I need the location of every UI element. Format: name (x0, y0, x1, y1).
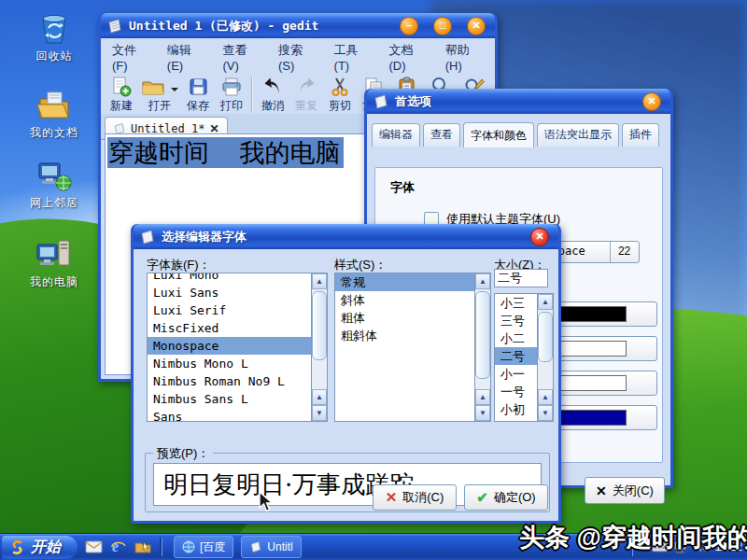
family-scrollbar[interactable]: ▲ ▲ ▼ (311, 273, 327, 421)
font-size-list[interactable]: 小三 三号 小二 二号 小一 一号 小初 ▲ ▲ ▼ (494, 293, 554, 422)
task-button-baidu[interactable]: [百度 (174, 536, 233, 558)
tab-plugins[interactable]: 插件 (622, 123, 659, 147)
font-family-item[interactable]: Nimbus Roman No9 L (148, 372, 311, 390)
selected-text: 穿越时间 我的电脑 (107, 137, 344, 168)
gedit-titlebar[interactable]: Untitled 1 (已修改) - gedit – □ ✕ (101, 13, 495, 38)
font-style-item[interactable]: 粗体 (335, 309, 474, 327)
window-title: Untitled 1 (已修改) - gedit (129, 18, 318, 35)
desktop-icon-network-places[interactable]: 网上邻居 (19, 158, 90, 211)
dialog-title: 选择编辑器字体 (162, 229, 247, 245)
minimize-button[interactable]: – (400, 17, 418, 35)
quicklaunch-desktop-icon[interactable] (134, 539, 152, 554)
tab-view[interactable]: 查看 (423, 123, 460, 147)
cancel-button[interactable]: ✕ 取消(C) (373, 484, 457, 511)
menu-file[interactable]: 文件(F) (112, 42, 151, 73)
font-size-item[interactable]: 小一 (495, 365, 537, 383)
font-dialog-titlebar[interactable]: 选择编辑器字体 ✕ (134, 224, 558, 249)
quicklaunch-browser-icon[interactable]: e (110, 539, 127, 555)
undo-icon (261, 76, 284, 98)
toolbar-label: 打开 (138, 98, 181, 114)
gedit-icon (106, 18, 123, 35)
font-style-item[interactable]: 斜体 (335, 291, 474, 309)
font-family-item[interactable]: Nimbus Sans L (148, 390, 311, 408)
cut-scissors-icon (329, 76, 351, 98)
style-scrollbar[interactable]: ▲ ▲ ▼ (474, 273, 490, 421)
font-size-item-selected[interactable]: 二号 (495, 347, 537, 365)
gedit-menubar: 文件(F) 编辑(E) 查看(V) 搜索(S) 工具(T) 文档(D) 帮助(H… (101, 38, 495, 75)
toolbar-open-button[interactable]: 打开 (138, 76, 181, 114)
toolbar-label: 重复 (289, 98, 323, 114)
toolbar-redo-button[interactable]: 重复 (289, 76, 323, 114)
desktop-icon-my-computer[interactable]: 我的电脑 (19, 237, 90, 290)
font-size-item[interactable]: 小初 (495, 400, 537, 418)
toolbar-label: 打印 (215, 98, 248, 114)
font-family-item[interactable]: MiscFixed (148, 319, 311, 337)
start-button[interactable]: 开始 (2, 536, 78, 559)
preferences-titlebar[interactable]: 首选项 ✕ (367, 89, 670, 114)
ok-button[interactable]: ✔ 确定(O) (464, 484, 548, 511)
font-family-item[interactable]: Sans (148, 408, 311, 421)
size-input[interactable] (494, 269, 548, 287)
font-size-item[interactable]: 小三 (495, 294, 537, 312)
font-size-item[interactable]: 一号 (495, 383, 537, 400)
close-dialog-button[interactable]: ✕ 关闭(C) (585, 477, 665, 504)
my-computer-icon (35, 237, 74, 273)
task-button-untitled[interactable]: Untitl (241, 536, 301, 558)
font-style-item[interactable]: 粗斜体 (335, 327, 474, 344)
open-dropdown-arrow[interactable] (170, 76, 179, 98)
font-style-list[interactable]: 常规 斜体 粗体 粗斜体 ▲ ▲ ▼ (334, 273, 491, 422)
maximize-button[interactable]: □ (433, 17, 452, 35)
font-family-item[interactable]: Nimbus Mono L (148, 355, 311, 372)
scrollbar-thumb[interactable] (475, 291, 490, 379)
menu-search[interactable]: 搜索(S) (278, 42, 318, 73)
close-button[interactable]: ✕ (642, 92, 661, 111)
menu-help[interactable]: 帮助(H) (445, 42, 486, 73)
close-button[interactable]: ✕ (467, 17, 486, 35)
quicklaunch-mail-icon[interactable] (85, 540, 103, 553)
font-family-item[interactable]: Luxi Serif (148, 301, 311, 319)
tab-fonts-colors[interactable]: 字体和颜色 (463, 122, 534, 147)
font-size-item[interactable]: 三号 (495, 312, 537, 329)
save-floppy-icon (187, 76, 209, 98)
toolbar-separator (251, 77, 253, 113)
toolbar-new-button[interactable]: 新建 (105, 76, 138, 114)
desktop-icon-recycle-bin[interactable]: 回收站 (19, 11, 90, 64)
scroll-up-icon[interactable]: ▲ (312, 273, 327, 289)
scrollbar-thumb[interactable] (312, 291, 327, 360)
size-scrollbar[interactable]: ▲ ▲ ▼ (537, 294, 553, 421)
menu-view[interactable]: 查看(V) (222, 42, 262, 73)
network-places-icon (35, 158, 74, 193)
tab-syntax-highlighting[interactable]: 语法突出显示 (537, 123, 619, 147)
open-folder-icon (141, 76, 165, 98)
tab-editor[interactable]: 编辑器 (372, 123, 420, 147)
browser-globe-icon (182, 540, 195, 553)
menu-edit[interactable]: 编辑(E) (167, 42, 207, 73)
scroll-up-icon[interactable]: ▲ (475, 273, 490, 289)
font-family-item-selected[interactable]: Monospace (148, 337, 311, 355)
font-family-item[interactable]: Luxi Sans (148, 284, 311, 301)
toolbar-print-button[interactable]: 打印 (215, 76, 248, 114)
scroll-down-icon[interactable]: ▼ (538, 405, 553, 421)
scroll-down-icon[interactable]: ▼ (475, 405, 490, 421)
toolbar-save-button[interactable]: 保存 (181, 76, 215, 114)
font-family-item[interactable]: Luxi Mono (148, 273, 311, 284)
close-button[interactable]: ✕ (530, 228, 549, 246)
menu-documents[interactable]: 文档(D) (388, 42, 429, 73)
style-label: 样式(S)： (334, 257, 387, 273)
scrollbar-thumb[interactable] (538, 312, 553, 362)
task-button-label: [百度 (200, 539, 225, 555)
scroll-up-icon[interactable]: ▲ (475, 389, 490, 405)
toolbar-undo-button[interactable]: 撤消 (256, 76, 289, 114)
desktop-icon-my-documents[interactable]: 我的文档 (19, 88, 90, 141)
scroll-up-icon[interactable]: ▲ (312, 389, 327, 405)
font-style-item-selected[interactable]: 常规 (335, 273, 474, 291)
toolbar-cut-button[interactable]: 剪切 (323, 76, 357, 114)
start-button-label: 开始 (31, 538, 61, 557)
scroll-up-icon[interactable]: ▲ (538, 389, 553, 405)
scroll-down-icon[interactable]: ▼ (312, 405, 327, 421)
ok-check-icon: ✔ (476, 489, 488, 506)
font-family-list[interactable]: Luxi Mono Luxi Sans Luxi Serif MiscFixed… (147, 273, 328, 422)
menu-tools[interactable]: 工具(T) (334, 42, 374, 73)
font-size-item[interactable]: 小二 (495, 329, 537, 347)
scroll-up-icon[interactable]: ▲ (538, 294, 553, 310)
